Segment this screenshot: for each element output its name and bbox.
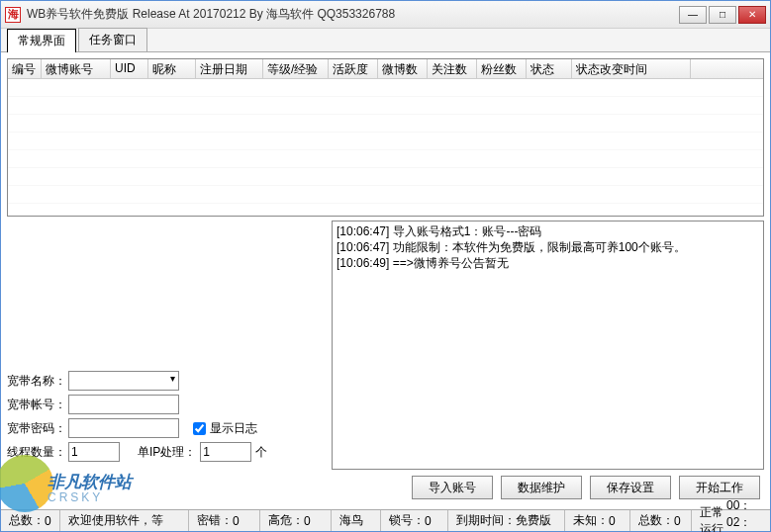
column-header[interactable]: 等级/经验 [263, 59, 329, 78]
broadband-password-label: 宽带密码： [7, 420, 68, 437]
log-line: [10:06:47] 导入账号格式1：账号---密码 [337, 223, 759, 239]
column-header[interactable]: 昵称 [148, 59, 196, 78]
account-table[interactable]: 编号微博账号UID昵称注册日期等级/经验活跃度微博数关注数粉丝数状态状态改变时间 [7, 58, 764, 217]
column-header[interactable]: 状态改变时间 [572, 59, 691, 78]
per-ip-input[interactable] [200, 442, 251, 462]
log-line: [10:06:47] 功能限制：本软件为免费版，限制最高可养100个账号。 [337, 239, 759, 255]
broadband-name-input[interactable] [68, 371, 179, 391]
titlebar: 海 WB养号软件免费版 Release At 20170212 By 海鸟软件 … [1, 1, 770, 29]
per-ip-label: 单IP处理： [138, 444, 196, 461]
tab-normal[interactable]: 常规界面 [7, 29, 76, 52]
broadband-password-input[interactable] [68, 418, 179, 438]
column-header[interactable]: 微博账号 [42, 59, 111, 78]
window-title: WB养号软件免费版 Release At 20170212 By 海鸟软件 QQ… [27, 6, 679, 23]
column-header[interactable]: 微博数 [378, 59, 428, 78]
column-header[interactable]: 注册日期 [196, 59, 263, 78]
maintain-button[interactable]: 数据维护 [501, 476, 582, 499]
log-panel[interactable]: [10:06:47] 导入账号格式1：账号---密码[10:06:47] 功能限… [332, 221, 764, 470]
save-button[interactable]: 保存设置 [590, 476, 671, 499]
column-header[interactable]: 状态 [527, 59, 572, 78]
broadband-account-input[interactable] [68, 395, 179, 414]
column-header[interactable]: 粉丝数 [477, 59, 527, 78]
app-icon: 海 [5, 7, 21, 23]
status-bar: 总数：0 欢迎使用软件，等 密错：0 高危：0 海鸟 锁号：0 到期时间：免费版… [1, 509, 770, 531]
per-ip-suffix: 个 [255, 444, 267, 461]
show-log-label: 显示日志 [210, 420, 257, 437]
show-log-check[interactable] [193, 422, 206, 435]
show-log-checkbox[interactable]: 显示日志 [193, 420, 257, 437]
maximize-button[interactable]: □ [709, 6, 736, 24]
table-body [8, 79, 763, 216]
column-header[interactable]: 关注数 [428, 59, 477, 78]
start-button[interactable]: 开始工作 [679, 476, 760, 499]
thread-count-input[interactable] [68, 442, 120, 462]
thread-count-label: 线程数量： [7, 444, 68, 461]
minimize-button[interactable]: — [679, 6, 707, 24]
tab-tasks[interactable]: 任务窗口 [78, 28, 147, 51]
settings-panel: 宽带名称： 宽带帐号： 宽带密码： 显示日志 线程数量： [7, 221, 326, 470]
column-header[interactable]: 活跃度 [329, 59, 378, 78]
import-button[interactable]: 导入账号 [412, 476, 493, 499]
tab-bar: 常规界面 任务窗口 [1, 29, 770, 52]
broadband-name-label: 宽带名称： [7, 373, 68, 390]
column-header[interactable]: 编号 [8, 59, 42, 78]
log-line: [10:06:49] ==>微博养号公告暂无 [337, 255, 759, 271]
broadband-account-label: 宽带帐号： [7, 397, 68, 413]
close-button[interactable]: ✕ [738, 6, 766, 24]
column-header[interactable]: UID [111, 59, 148, 78]
